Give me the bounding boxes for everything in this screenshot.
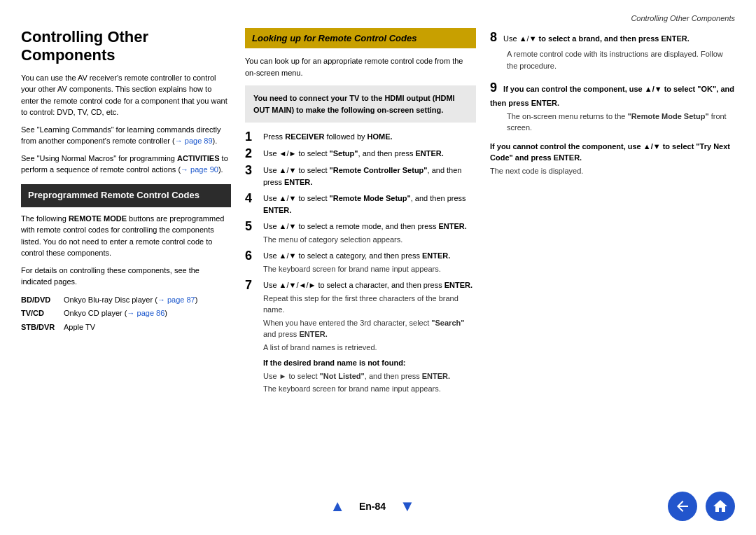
header-text: Controlling Other Components (631, 14, 735, 22)
back-icon (674, 498, 691, 515)
macros-text: See "Using Normal Macros" for programmin… (21, 153, 231, 176)
step-7: 7 Use ▲/▼/◄/► to select a character, and… (245, 279, 476, 395)
device-desc-stbdvr: Apple TV (64, 321, 95, 335)
device-list: BD/DVD Onkyo Blu-ray Disc player (→ page… (21, 293, 231, 335)
device-desc-tvcd: Onkyo CD player (→ page 86) (64, 307, 167, 321)
device-desc-bddvd: Onkyo Blu-ray Disc player (→ page 87) (64, 293, 197, 307)
device-label-tvcd: TV/CD (21, 307, 59, 321)
step-6: 6 Use ▲/▼ to select a category, and then… (245, 250, 476, 275)
step-5: 5 Use ▲/▼ to select a remote mode, and t… (245, 221, 476, 245)
page-header: Controlling Other Components (21, 14, 735, 22)
lookup-intro: You can look up for an appropriate remot… (245, 55, 476, 78)
step-8: 8 Use ▲/▼ to select a brand, and then pr… (490, 28, 735, 71)
step-1: 1 Press RECEIVER followed by HOME. (245, 131, 476, 143)
footer: ▲ En-84 ▼ (21, 485, 735, 521)
macros-link[interactable]: → page 90 (181, 165, 218, 174)
left-column: Controlling OtherComponents You can use … (21, 28, 231, 479)
page-title: Controlling OtherComponents (21, 28, 231, 65)
lookup-section-header: Looking up for Remote Control Codes (245, 28, 476, 48)
page-container: Controlling Other Components Controlling… (0, 0, 756, 535)
step-3: 3 Use ▲/▼ to select "Remote Controller S… (245, 165, 476, 188)
prev-arrow[interactable]: ▲ (330, 497, 345, 515)
step-2: 2 Use ◄/► to select "Setup", and then pr… (245, 148, 476, 160)
device-row-tvcd: TV/CD Onkyo CD player (→ page 86) (21, 307, 231, 321)
learning-link[interactable]: → page 89 (175, 137, 213, 145)
section-body1: The following REMOTE MODE buttons are pr… (21, 213, 231, 259)
tvcd-link[interactable]: → page 86 (127, 309, 164, 317)
main-content: Controlling OtherComponents You can use … (21, 28, 735, 479)
footer-nav[interactable]: ▲ En-84 ▼ (330, 497, 415, 515)
middle-column: Looking up for Remote Control Codes You … (245, 28, 476, 479)
steps-list: 1 Press RECEIVER followed by HOME. 2 Use… (245, 131, 476, 395)
device-label-stbdvr: STB/DVR (21, 321, 59, 335)
home-icon (712, 498, 729, 515)
bddvd-link[interactable]: → page 87 (158, 296, 195, 304)
preprogrammed-section-header: Preprogrammed Remote Control Codes (21, 184, 231, 207)
not-found-box: If the desired brand name is not found: … (263, 357, 476, 395)
device-row-bddvd: BD/DVD Onkyo Blu-ray Disc player (→ page… (21, 293, 231, 307)
next-arrow[interactable]: ▼ (400, 497, 415, 515)
device-row-stbdvr: STB/DVR Apple TV (21, 321, 231, 335)
intro-text: You can use the AV receiver's remote con… (21, 72, 231, 118)
footer-icons (668, 492, 735, 521)
learning-text: See "Learning Commands" for learning com… (21, 124, 231, 147)
step-4: 4 Use ▲/▼ to select "Remote Mode Setup",… (245, 193, 476, 216)
back-button[interactable] (668, 492, 697, 521)
device-label-bddvd: BD/DVD (21, 293, 59, 307)
page-number: En-84 (359, 501, 386, 512)
home-button[interactable] (706, 492, 735, 521)
notice-box: You need to connect your TV to the HDMI … (245, 85, 476, 123)
right-column: 8 Use ▲/▼ to select a brand, and then pr… (490, 28, 735, 479)
step-9: 9 If you can control the component, use … (490, 78, 735, 176)
section-body2: For details on controlling these compone… (21, 265, 231, 288)
